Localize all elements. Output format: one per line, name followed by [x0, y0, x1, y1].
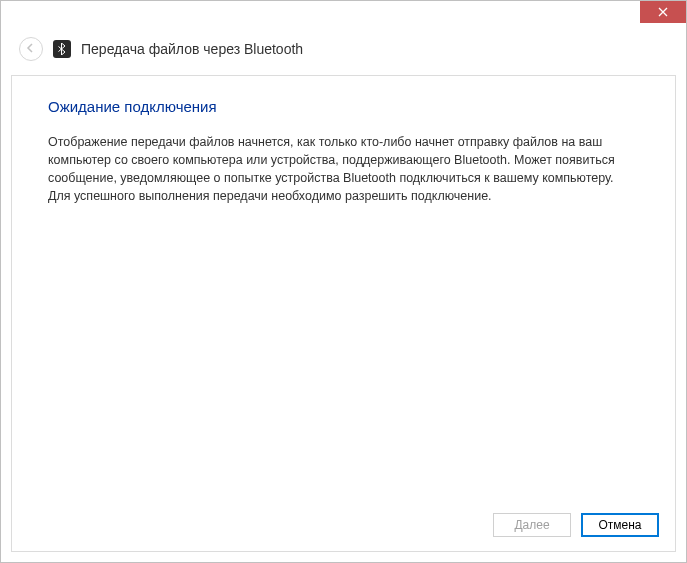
close-button[interactable] [640, 1, 686, 23]
cancel-button[interactable]: Отмена [581, 513, 659, 537]
content-inner: Ожидание подключения Отображение передач… [12, 76, 675, 228]
window-title: Передача файлов через Bluetooth [81, 41, 303, 57]
body-text: Отображение передачи файлов начнется, ка… [48, 133, 618, 206]
page-subtitle: Ожидание подключения [48, 98, 639, 115]
titlebar [1, 1, 686, 27]
bluetooth-icon [53, 40, 71, 58]
next-button: Далее [493, 513, 571, 537]
dialog-header: Передача файлов через Bluetooth [1, 27, 686, 75]
button-bar: Далее Отмена [493, 513, 659, 537]
content-panel: Ожидание подключения Отображение передач… [11, 75, 676, 552]
close-icon [658, 6, 668, 19]
dialog-window: Передача файлов через Bluetooth Ожидание… [0, 0, 687, 563]
back-button [19, 37, 43, 61]
back-arrow-icon [25, 40, 37, 58]
